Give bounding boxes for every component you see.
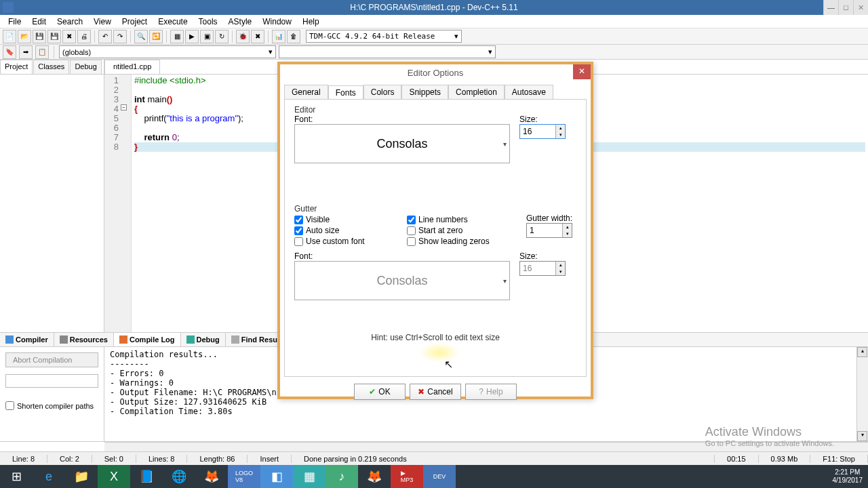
member-select[interactable]: ▾ <box>279 45 496 58</box>
menu-astyle[interactable]: AStyle <box>223 15 258 28</box>
dtab-autosave[interactable]: Autosave <box>505 85 553 99</box>
gutter-font-select[interactable]: Consolas▾ <box>294 261 510 300</box>
firefox-icon[interactable]: 🦊 <box>195 465 228 488</box>
remove-icon[interactable]: 🗑 <box>287 30 300 43</box>
task-icon[interactable]: LOGOV8 <box>228 465 260 488</box>
redo-icon[interactable]: ↷ <box>113 30 127 43</box>
tab-compiler[interactable]: Compiler <box>0 333 54 346</box>
ok-button[interactable]: ✔OK <box>354 384 406 400</box>
abort-compilation-button[interactable]: Abort Compilation <box>5 352 98 367</box>
explorer-icon[interactable]: 📁 <box>65 465 98 488</box>
open-icon[interactable]: 📂 <box>18 30 31 43</box>
close-button[interactable]: ✕ <box>853 0 868 15</box>
file-tab[interactable]: ntitled1.cpp <box>104 60 160 74</box>
start-button[interactable]: ⊞ <box>0 465 33 488</box>
tab-debug[interactable]: Debug <box>70 60 101 74</box>
left-panel: Project Classes Debug <box>0 60 104 332</box>
debug-icon[interactable]: 🐞 <box>236 30 250 43</box>
statusbar: Line: 8 Col: 2 Sel: 0 Lines: 8 Length: 8… <box>0 451 868 465</box>
spin-up-icon: ▴ <box>556 125 565 131</box>
editor-font-select[interactable]: Consolas▾ <box>294 124 510 163</box>
dtab-colors[interactable]: Colors <box>363 85 402 99</box>
filter-input[interactable] <box>5 374 98 388</box>
system-clock[interactable]: 2:21 PM4/19/2017 <box>827 468 869 485</box>
firefox2-icon[interactable]: 🦊 <box>358 465 391 488</box>
task-icon[interactable]: ▦ <box>293 465 326 488</box>
shorten-paths-checkbox[interactable]: Shorten compiler paths <box>5 401 98 410</box>
tab-compile-log[interactable]: Compile Log <box>114 333 181 346</box>
compile-icon[interactable]: ▦ <box>170 30 184 43</box>
menu-help[interactable]: Help <box>297 15 325 28</box>
rebuild-icon[interactable]: ↻ <box>215 30 229 43</box>
app-icon[interactable]: 📘 <box>130 465 163 488</box>
task-icon[interactable]: ♪ <box>326 465 358 488</box>
status-sel: Sel: 0 <box>92 455 136 463</box>
leadingzeros-checkbox[interactable]: Show leading zeros <box>407 237 515 246</box>
toolbar-secondary: 🔖 ➡ 📋 (globals)▾ ▾ <box>0 45 868 60</box>
vertical-scrollbar[interactable]: ▴ ▾ <box>856 347 868 441</box>
compile-run-icon[interactable]: ▣ <box>200 30 214 43</box>
dtab-completion[interactable]: Completion <box>448 85 505 99</box>
find-icon[interactable]: 🔍 <box>134 30 148 43</box>
tab-debug-bottom[interactable]: Debug <box>181 333 226 346</box>
close-icon[interactable]: ✖ <box>62 30 76 43</box>
save-icon[interactable]: 💾 <box>33 30 46 43</box>
tab-project[interactable]: Project <box>0 60 33 74</box>
excel-icon[interactable]: X <box>98 465 130 488</box>
menu-project[interactable]: Project <box>117 15 153 28</box>
tab-resources[interactable]: Resources <box>54 333 114 346</box>
dtab-fonts[interactable]: Fonts <box>328 85 363 100</box>
dialog-titlebar[interactable]: Editor Options ✕ <box>280 64 591 82</box>
startzero-checkbox[interactable]: Start at zero <box>407 226 515 235</box>
menu-window[interactable]: Window <box>257 15 297 28</box>
run-icon[interactable]: ▶ <box>185 30 199 43</box>
stop-icon[interactable]: ✖ <box>251 30 264 43</box>
tab-classes[interactable]: Classes <box>33 60 69 74</box>
menu-edit[interactable]: Edit <box>26 15 52 28</box>
undo-icon[interactable]: ↶ <box>98 30 112 43</box>
goto-icon[interactable]: ➡ <box>19 45 33 59</box>
editor-size-spinner[interactable]: 16 ▴▾ <box>519 124 566 139</box>
fold-icon[interactable]: − <box>121 104 127 110</box>
cancel-button[interactable]: ✖Cancel <box>410 384 461 400</box>
spin-down-icon: ▾ <box>563 230 572 237</box>
task-icon[interactable]: ◧ <box>260 465 293 488</box>
status-mem: 0.93 Mb <box>759 455 811 463</box>
new-file-icon[interactable]: 📄 <box>3 30 16 43</box>
dtab-general[interactable]: General <box>284 85 328 99</box>
gutter-width-spinner[interactable]: 1 ▴▾ <box>526 223 572 238</box>
status-length: Length: 86 <box>187 455 248 463</box>
menu-view[interactable]: View <box>88 15 117 28</box>
replace-icon[interactable]: 🔁 <box>149 30 163 43</box>
insert-icon[interactable]: 📋 <box>35 45 49 59</box>
gutter-size-spinner[interactable]: 16 ▴▾ <box>519 261 566 276</box>
devcpp-icon[interactable]: DEV <box>423 465 456 488</box>
chevron-down-icon: ▾ <box>488 47 492 56</box>
chrome-icon[interactable]: 🌐 <box>163 465 195 488</box>
titlebar: H:\C PROGRAMS\ntitled1.cpp - Dev-C++ 5.1… <box>0 0 868 15</box>
youtube-icon[interactable]: ▶MP3 <box>391 465 423 488</box>
bookmark-icon[interactable]: 🔖 <box>3 45 16 59</box>
dialog-close-button[interactable]: ✕ <box>573 64 591 79</box>
menu-file[interactable]: File <box>3 15 26 28</box>
check-icon: ✔ <box>369 387 376 396</box>
compiler-select[interactable]: TDM-GCC 4.9.2 64-bit Release▾ <box>306 30 462 43</box>
help-icon: ? <box>479 387 484 396</box>
ie-icon[interactable]: e <box>33 465 65 488</box>
minimize-button[interactable]: — <box>823 0 838 15</box>
menu-execute[interactable]: Execute <box>153 15 193 28</box>
x-icon: ✖ <box>418 387 425 396</box>
autosize-checkbox[interactable]: Auto size <box>294 226 396 235</box>
menu-tools[interactable]: Tools <box>193 15 223 28</box>
profile-icon[interactable]: 📊 <box>272 30 285 43</box>
save-all-icon[interactable]: 💾 <box>47 30 61 43</box>
scope-select[interactable]: (globals)▾ <box>59 45 276 58</box>
customfont-checkbox[interactable]: Use custom font <box>294 237 396 246</box>
maximize-button[interactable]: □ <box>838 0 853 15</box>
help-button[interactable]: ?Help <box>465 384 517 400</box>
linenumbers-checkbox[interactable]: Line numbers <box>407 215 515 224</box>
print-icon[interactable]: 🖨 <box>77 30 91 43</box>
menu-search[interactable]: Search <box>52 15 88 28</box>
visible-checkbox[interactable]: Visible <box>294 215 396 224</box>
dtab-snippets[interactable]: Snippets <box>401 85 448 99</box>
